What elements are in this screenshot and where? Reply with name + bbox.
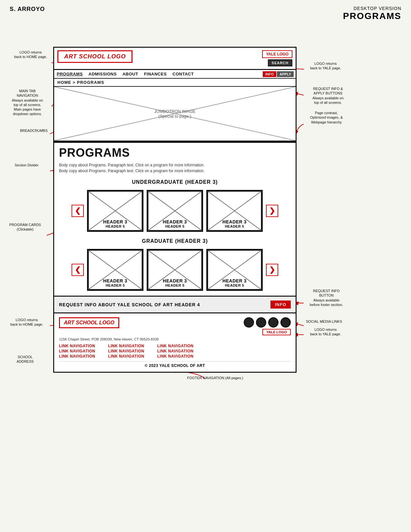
request-info-text: REQUEST INFO ABOUT YALE SCHOOL OF ART HE… <box>59 302 200 307</box>
wf-footer: ART SCHOOL LOGO YALE LOGO 1156 Chapel St… <box>54 312 296 372</box>
annotation-page-contrast: Page contrast,Optimized images, &Webpage… <box>303 111 350 124</box>
footer-link-3-3[interactable]: LINK NAVIGATION <box>157 354 193 359</box>
footer-address: 1156 Chapel Street, POB 208339, New Have… <box>59 337 291 341</box>
undergraduate-next-button[interactable]: ❯ <box>266 205 278 217</box>
annotation-footer-nav: FOOTER NAVIGATION (All pages.) <box>187 376 243 380</box>
undergraduate-title: UNDERGRADUATE (HEADER 3) <box>59 178 291 187</box>
annotation-logo-top-right: LOGO returnsback to YALE page. <box>305 61 347 71</box>
undergraduate-section: UNDERGRADUATE (HEADER 3) ❮ HEADER 3 HEAD… <box>54 178 296 237</box>
page-header: S. ARROYO DESKTOP VERSION PROGRAMS <box>0 0 411 25</box>
nav-apply-button[interactable]: APPLY <box>277 71 294 77</box>
undergraduate-card-3[interactable]: HEADER 3 HEADER 5 <box>206 190 263 232</box>
annotation-request-info-right: REQUEST INFO &APPLY BUTTONSAlways availa… <box>305 86 351 105</box>
footer-link-2-1[interactable]: LINK NAVIGATION <box>108 344 144 348</box>
footer-copyright: © 2023 YALE SCHOOL OF ART <box>59 361 291 368</box>
undergraduate-card-2[interactable]: HEADER 3 HEADER 5 <box>147 190 203 232</box>
wf-header: ART SCHOOL LOGO YALE LOGO SEARCH <box>54 48 296 70</box>
jumbotron-label: JUMBOTRON IMAGE (Special to page.) <box>154 109 196 119</box>
footer-art-school-logo[interactable]: ART SCHOOL LOGO <box>59 317 119 328</box>
graduate-title: GRADUATE (HEADER 3) <box>59 237 291 246</box>
footer-top: ART SCHOOL LOGO YALE LOGO <box>59 317 291 335</box>
social-icon-1[interactable] <box>244 317 254 328</box>
footer-links-col-1: LINK NAVIGATION LINK NAVIGATION LINK NAV… <box>59 344 95 359</box>
social-icon-2[interactable] <box>256 317 266 328</box>
grad-card1-h5: HEADER 5 <box>103 283 127 287</box>
nav-link-finances[interactable]: FINANCES <box>144 72 167 76</box>
request-info-button[interactable]: INFO <box>270 300 291 309</box>
footer-link-1-2[interactable]: LINK NAVIGATION <box>59 349 95 353</box>
footer-link-2-2[interactable]: LINK NAVIGATION <box>108 349 144 353</box>
annotation-breadcrumbs: BREADCRUMBS <box>18 128 50 133</box>
graduate-card-1[interactable]: HEADER 3 HEADER 5 <box>87 249 143 291</box>
annotation-school-address: SCHOOLADDRESS <box>9 355 41 364</box>
grad-card1-h3: HEADER 3 <box>103 278 127 283</box>
undergraduate-card-1[interactable]: HEADER 3 HEADER 5 <box>87 190 143 232</box>
graduate-card-2[interactable]: HEADER 3 HEADER 5 <box>147 249 203 291</box>
graduate-cards-row: ❮ HEADER 3 HEADER 5 <box>59 249 291 291</box>
footer-yale-logo[interactable]: YALE LOGO <box>262 329 291 335</box>
social-icon-3[interactable] <box>268 317 279 328</box>
wf-art-school-logo[interactable]: ART SCHOOL LOGO <box>57 50 132 63</box>
social-icon-4[interactable] <box>280 317 291 328</box>
graduate-next-button[interactable]: ❯ <box>266 264 278 276</box>
annotation-program-cards: PROGRAM CARDS(Clickable) <box>6 222 44 232</box>
annotation-social: SOCIAL MEDIA LINKS <box>305 319 343 324</box>
grad-card2-h5: HEADER 5 <box>163 283 187 287</box>
nav-link-admissions[interactable]: ADMISSIONS <box>89 72 117 76</box>
footer-link-3-2[interactable]: LINK NAVIGATION <box>157 349 193 353</box>
footer-right: YALE LOGO <box>244 317 291 335</box>
footer-links-col-2: LINK NAVIGATION LINK NAVIGATION LINK NAV… <box>108 344 144 359</box>
wf-breadcrumb: HOME > PROGRAMS <box>54 79 296 87</box>
nav-info-button[interactable]: INFO <box>263 71 276 77</box>
social-icons <box>244 317 291 328</box>
grad-card3-h3: HEADER 3 <box>222 278 247 283</box>
ug-card1-h3: HEADER 3 <box>103 219 127 224</box>
undergraduate-prev-button[interactable]: ❮ <box>72 205 84 217</box>
page-title: PROGRAMS <box>343 11 401 21</box>
ug-card2-h5: HEADER 5 <box>163 224 187 228</box>
grad-card3-h5: HEADER 5 <box>222 283 247 287</box>
grad-card2-h3: HEADER 3 <box>163 278 187 283</box>
graduate-cards-grid: HEADER 3 HEADER 5 HEADER 3 HEADER 5 <box>84 249 266 291</box>
undergraduate-cards-grid: HEADER 3 HEADER 5 HEADER 3 HEADER 5 <box>84 190 266 232</box>
nav-link-about[interactable]: ABOUT <box>122 72 138 76</box>
footer-link-2-3[interactable]: LINK NAVIGATION <box>108 354 144 359</box>
graduate-section: GRADUATE (HEADER 3) ❮ HEADER 3 HEADER 5 <box>54 237 296 296</box>
footer-link-1-3[interactable]: LINK NAVIGATION <box>59 354 95 359</box>
annotation-main-tab: MAIN TABNAVIGATIONAlways available ontop… <box>5 89 50 116</box>
wf-nav-links: PROGRAMS ADMISSIONS ABOUT FINANCES CONTA… <box>54 70 263 78</box>
wf-nav: PROGRAMS ADMISSIONS ABOUT FINANCES CONTA… <box>54 70 296 79</box>
ug-card1-h5: HEADER 5 <box>103 224 127 228</box>
programs-title: PROGRAMS <box>59 146 291 160</box>
version-label: DESKTOP VERSION <box>343 6 401 11</box>
programs-body-copy: Body copy about Programs. Paragraph text… <box>54 160 296 178</box>
annotation-section-divider: Section Divider <box>8 163 45 167</box>
nav-link-contact[interactable]: CONTACT <box>172 72 194 76</box>
wf-yale-logo[interactable]: YALE LOGO <box>262 50 292 58</box>
wf-header-right: YALE LOGO SEARCH <box>262 50 292 66</box>
annotation-logo-top: LOGO returnsback to HOME page. <box>11 50 50 59</box>
nav-link-programs[interactable]: PROGRAMS <box>57 72 83 76</box>
ug-card2-h3: HEADER 3 <box>163 219 187 224</box>
footer-links-row: LINK NAVIGATION LINK NAVIGATION LINK NAV… <box>59 344 291 359</box>
author-name: S. ARROYO <box>10 6 45 13</box>
footer-links-col-3: LINK NAVIGATION LINK NAVIGATION LINK NAV… <box>157 344 193 359</box>
annotation-request-btn: REQUEST INFOBUTTONAlways availablebefore… <box>303 289 350 307</box>
graduate-card-3[interactable]: HEADER 3 HEADER 5 <box>206 249 263 291</box>
wireframe: ART SCHOOL LOGO YALE LOGO SEARCH PROGRAM… <box>53 47 297 373</box>
ug-card3-h5: HEADER 5 <box>222 224 247 228</box>
wf-jumbotron: JUMBOTRON IMAGE (Special to page.) <box>54 87 296 142</box>
programs-header: PROGRAMS <box>54 143 296 160</box>
undergraduate-cards-row: ❮ HEADER 3 HEADER 5 <box>59 190 291 232</box>
wf-search-button[interactable]: SEARCH <box>268 59 292 66</box>
annotation-logo-yale-footer: LOGO returnsback to YALE page. <box>305 327 347 337</box>
ug-card3-h3: HEADER 3 <box>222 219 247 224</box>
annotation-logo-footer: LOGO returnsback to HOME page. <box>6 318 48 327</box>
footer-link-3-1[interactable]: LINK NAVIGATION <box>157 344 193 348</box>
footer-link-1-1[interactable]: LINK NAVIGATION <box>59 344 95 348</box>
graduate-prev-button[interactable]: ❮ <box>72 264 84 276</box>
page-title-area: DESKTOP VERSION PROGRAMS <box>343 6 401 21</box>
wf-nav-buttons: INFO APPLY <box>263 71 296 77</box>
request-info-bar: REQUEST INFO ABOUT YALE SCHOOL OF ART HE… <box>54 296 296 312</box>
